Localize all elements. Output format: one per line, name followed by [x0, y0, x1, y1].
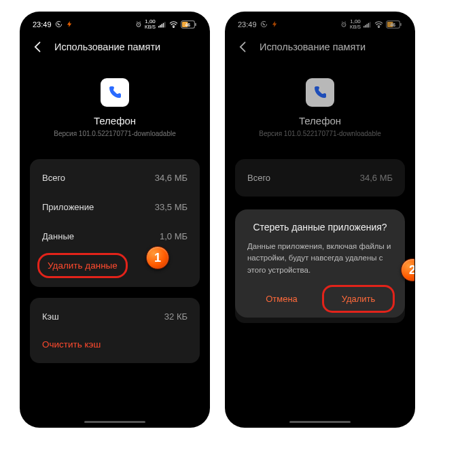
- signal-icon: [158, 21, 166, 28]
- net-rate: 1,00KB/S: [145, 19, 156, 29]
- svg-rect-2: [160, 24, 161, 27]
- svg-rect-4: [163, 22, 164, 27]
- wifi-icon: [169, 21, 178, 28]
- row-data: Данные 1,0 МБ: [30, 222, 200, 251]
- clear-cache-button[interactable]: Очистить кэш: [30, 331, 200, 359]
- app-version: Версия 101.0.522170771-downloadable: [20, 130, 209, 137]
- app-name: Телефон: [20, 115, 209, 126]
- dialog-cancel-button[interactable]: Отмена: [247, 287, 316, 311]
- back-icon[interactable]: [31, 40, 45, 54]
- svg-rect-1: [158, 26, 160, 27]
- dialog-confirm-button[interactable]: Удалить: [324, 287, 393, 311]
- app-summary: Телефон Версия 101.0.522170771-downloada…: [20, 63, 209, 148]
- home-indicator[interactable]: [289, 421, 351, 423]
- whatsapp-icon: [55, 20, 63, 28]
- storage-card: Всего 34,6 МБ Приложение 33,5 МБ Данные …: [30, 159, 200, 287]
- svg-rect-3: [162, 24, 163, 27]
- home-indicator[interactable]: [84, 421, 145, 423]
- app-icon: [101, 78, 129, 107]
- step-badge-1: 1: [146, 246, 169, 269]
- cache-card: Кэш 32 КБ Очистить кэш: [30, 298, 200, 363]
- clear-data-button[interactable]: Удалить данные: [39, 255, 126, 276]
- row-app: Приложение 33,5 МБ: [30, 192, 200, 222]
- dialog-title: Стереть данные приложения?: [247, 222, 393, 233]
- alarm-icon: [135, 21, 142, 28]
- row-total: Всего 34,6 МБ: [30, 163, 200, 192]
- confirm-dialog: Стереть данные приложения? Данные прилож…: [235, 209, 405, 318]
- svg-text:46: 46: [185, 22, 190, 27]
- status-bar: 23:49 1,00KB/S 46: [20, 12, 209, 33]
- svg-rect-8: [195, 22, 196, 25]
- status-time: 23:49: [33, 20, 52, 29]
- battery-icon: 46: [181, 20, 197, 29]
- bolt-icon: [66, 20, 73, 28]
- header: Использование памяти: [20, 33, 209, 63]
- row-cache: Кэш 32 КБ: [30, 302, 200, 331]
- phone-left: 23:49 1,00KB/S 46 Использование памяти Т…: [20, 12, 209, 427]
- page-title: Использование памяти: [54, 41, 160, 52]
- svg-rect-5: [164, 22, 166, 27]
- phone-right: 23:49 1,00KB/S 46 Использование памяти Т…: [226, 12, 414, 427]
- svg-point-6: [173, 27, 174, 27]
- dialog-message: Данные приложения, включая файлы и настр…: [247, 241, 393, 276]
